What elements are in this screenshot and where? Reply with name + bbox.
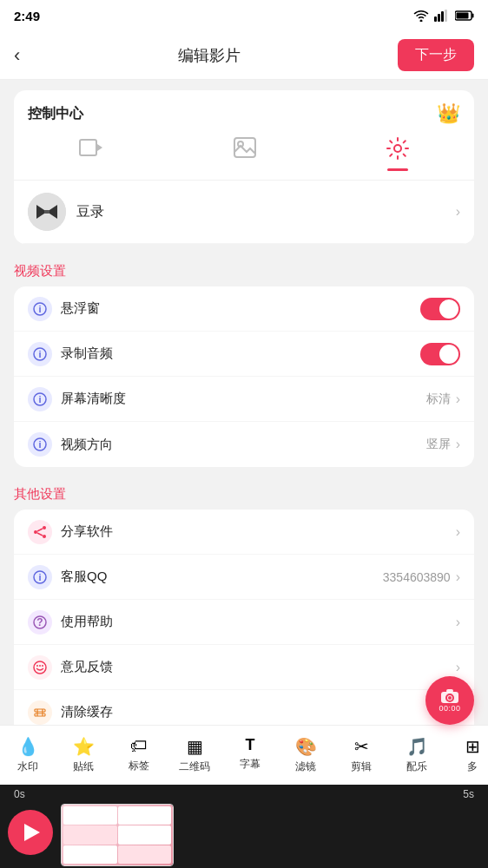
toolbar-more[interactable]: ⊞ 多 — [445, 733, 488, 778]
timeline: 0s 5s — [0, 785, 488, 868]
clarity-chevron-icon: › — [456, 391, 460, 407]
tab-video[interactable] — [62, 134, 121, 174]
svg-rect-0 — [434, 16, 437, 22]
svg-point-33 — [34, 661, 46, 674]
other-settings-label: 其他设置 — [0, 474, 488, 510]
camera-icon — [440, 688, 459, 704]
toolbar-qrcode[interactable]: ▦ 二维码 — [167, 733, 222, 778]
toolbar-filter[interactable]: 🎨 滤镜 — [278, 733, 333, 778]
setting-record-audio[interactable]: i 录制音频 — [14, 332, 474, 377]
watermark-icon: 💧 — [17, 736, 39, 757]
svg-point-26 — [43, 535, 46, 538]
control-header: 控制中心 👑 — [14, 90, 474, 134]
svg-text:i: i — [38, 304, 41, 314]
record-audio-icon: i — [28, 342, 52, 366]
play-button[interactable] — [8, 810, 53, 855]
record-audio-label: 录制音频 — [61, 345, 420, 362]
help-icon: ? — [28, 610, 52, 635]
clarity-icon: i — [28, 387, 52, 411]
svg-line-28 — [37, 533, 43, 536]
setting-float-window[interactable]: i 悬浮窗 — [14, 286, 474, 332]
setting-share[interactable]: 分享软件 › — [14, 510, 474, 555]
share-chevron-icon: › — [456, 524, 460, 540]
setting-clarity[interactable]: i 屏幕清晰度 标清 › — [14, 377, 474, 422]
thumb-cell-6 — [118, 845, 172, 864]
thumbnail-grid — [62, 805, 173, 865]
qq-chevron-icon: › — [456, 569, 460, 585]
toolbar-music[interactable]: 🎵 配乐 — [389, 733, 445, 778]
music-icon: 🎵 — [406, 736, 428, 757]
orientation-chevron-icon: › — [456, 437, 460, 452]
feedback-icon — [28, 655, 52, 680]
svg-point-24 — [43, 526, 46, 529]
main-content: 控制中心 👑 — [0, 80, 488, 738]
toolbar-watermark[interactable]: 💧 水印 — [0, 733, 56, 778]
help-label: 使用帮助 — [61, 614, 456, 630]
share-label: 分享软件 — [61, 523, 456, 540]
timeline-end: 5s — [463, 788, 474, 800]
feedback-chevron-icon: › — [456, 660, 460, 675]
crown-icon: 👑 — [437, 102, 460, 125]
svg-point-11 — [394, 145, 401, 152]
tag-label: 标签 — [129, 759, 149, 773]
wifi-icon — [413, 10, 429, 22]
thumb-cell-5 — [63, 845, 117, 864]
record-audio-toggle[interactable] — [420, 343, 460, 365]
qq-icon: i — [28, 565, 52, 589]
svg-rect-15 — [44, 210, 49, 214]
video-tab-icon — [79, 137, 103, 163]
more-label: 多 — [467, 760, 478, 774]
svg-line-27 — [37, 529, 43, 531]
image-tab-icon — [234, 137, 256, 163]
float-window-icon: i — [28, 297, 52, 321]
orientation-label: 视频方向 — [61, 437, 426, 453]
qrcode-label: 二维码 — [179, 760, 210, 774]
clarity-label: 屏幕清晰度 — [61, 391, 426, 407]
other-settings-card: 分享软件 › i 客服QQ 3354603890 › ? 使用帮助 › — [14, 510, 474, 738]
tab-image[interactable] — [216, 134, 274, 174]
record-float-button[interactable]: 00:00 — [425, 676, 474, 725]
filter-label: 滤镜 — [295, 760, 316, 774]
video-settings-label: 视频设置 — [0, 251, 488, 286]
nav-title: 编辑影片 — [178, 45, 241, 66]
toolbar-tag[interactable]: 🏷 标签 — [111, 733, 167, 778]
tag-icon: 🏷 — [130, 736, 148, 756]
music-label: 配乐 — [406, 760, 427, 774]
toolbar-cut[interactable]: ✂ 剪辑 — [333, 733, 389, 778]
clarity-value: 标清 — [426, 391, 451, 407]
svg-point-34 — [36, 665, 38, 667]
float-window-toggle[interactable] — [420, 298, 460, 320]
svg-text:i: i — [38, 572, 41, 582]
svg-rect-7 — [80, 140, 96, 155]
qrcode-icon: ▦ — [187, 736, 203, 757]
nav-bar: ‹ 编辑影片 下一步 — [0, 31, 488, 80]
setting-feedback[interactable]: 意见反馈 › — [14, 645, 474, 690]
svg-text:?: ? — [36, 616, 43, 628]
setting-qq[interactable]: i 客服QQ 3354603890 › — [14, 555, 474, 600]
orientation-icon: i — [28, 432, 52, 457]
toolbar-sticker[interactable]: ⭐ 贴纸 — [56, 733, 111, 778]
svg-rect-37 — [35, 709, 45, 712]
tab-settings[interactable] — [369, 134, 426, 174]
video-settings-section: 视频设置 i 悬浮窗 i 录制音频 i — [0, 251, 488, 467]
setting-help[interactable]: ? 使用帮助 › — [14, 600, 474, 645]
timeline-thumbnail — [61, 804, 174, 866]
profile-row[interactable]: 豆录 › — [14, 181, 474, 244]
cut-label: 剪辑 — [351, 760, 372, 774]
tab-active-indicator — [387, 168, 408, 171]
float-window-label: 悬浮窗 — [61, 300, 420, 317]
feedback-label: 意见反馈 — [61, 659, 456, 675]
setting-orientation[interactable]: i 视频方向 竖屏 › — [14, 422, 474, 467]
play-icon — [24, 824, 40, 841]
control-center-title: 控制中心 — [28, 105, 83, 123]
svg-rect-1 — [438, 14, 440, 22]
back-button[interactable]: ‹ — [14, 44, 20, 67]
control-tabs — [14, 134, 474, 181]
profile-name: 豆录 — [76, 203, 456, 221]
caption-label: 字幕 — [240, 757, 260, 772]
svg-rect-3 — [445, 10, 447, 22]
next-button[interactable]: 下一步 — [398, 39, 474, 71]
status-icons — [413, 10, 474, 22]
toolbar-caption[interactable]: T 字幕 — [222, 733, 278, 778]
orientation-value: 竖屏 — [426, 437, 451, 452]
